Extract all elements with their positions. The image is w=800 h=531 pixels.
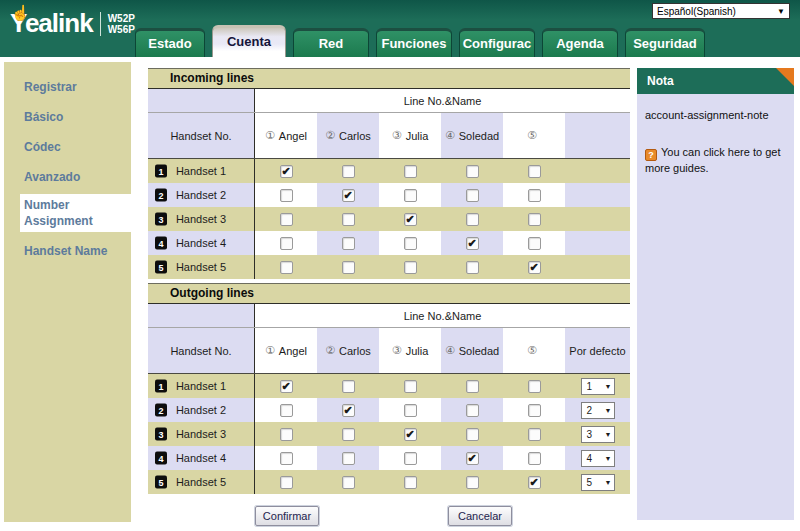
cancel-button[interactable]: Cancelar xyxy=(448,506,512,526)
checkbox[interactable] xyxy=(466,476,479,489)
select-value: 5 xyxy=(587,477,593,488)
checkbox[interactable]: ✔ xyxy=(466,452,479,465)
cell: ✔ xyxy=(255,374,317,398)
checkbox[interactable]: ✔ xyxy=(280,165,293,178)
default-line-select[interactable]: 3▼ xyxy=(581,426,615,443)
checkbox[interactable]: ✔ xyxy=(404,428,417,441)
default-line-select[interactable]: 2▼ xyxy=(581,402,615,419)
checkbox[interactable] xyxy=(466,213,479,226)
checkbox[interactable] xyxy=(528,428,541,441)
checkbox[interactable] xyxy=(280,428,293,441)
checkbox[interactable] xyxy=(404,189,417,202)
line-no-name-header: Line No.&Name xyxy=(255,304,630,327)
line-column-header-5: ⑤ xyxy=(503,328,565,373)
handset-5-badge: 5 xyxy=(155,476,167,489)
default-line-select[interactable]: 4▼ xyxy=(581,450,615,467)
checkbox[interactable] xyxy=(342,452,355,465)
checkbox[interactable]: ✔ xyxy=(466,237,479,250)
line-5-badge-icon: ⑤ xyxy=(527,344,537,357)
default-line-select[interactable]: 5▼ xyxy=(581,474,615,491)
checkbox[interactable] xyxy=(404,237,417,250)
checkbox[interactable] xyxy=(528,237,541,250)
handset-label: Handset 2 xyxy=(176,189,226,201)
checkbox[interactable] xyxy=(528,213,541,226)
confirm-button[interactable]: Confirmar xyxy=(255,506,319,526)
default-line-select[interactable]: 1▼ xyxy=(581,378,615,395)
checkbox[interactable]: ✔ xyxy=(342,189,355,202)
line-name: Carlos xyxy=(339,130,371,142)
tab-funciones[interactable]: Funciones xyxy=(376,28,452,57)
checkbox[interactable] xyxy=(404,380,417,393)
checkbox[interactable] xyxy=(404,404,417,417)
checkbox[interactable] xyxy=(466,428,479,441)
checkbox[interactable] xyxy=(280,189,293,202)
checkbox[interactable] xyxy=(404,261,417,274)
cell xyxy=(565,255,630,279)
line-column-header-carlos: ②Carlos xyxy=(317,113,379,158)
checkbox[interactable]: ✔ xyxy=(528,261,541,274)
checkbox[interactable]: ✔ xyxy=(280,380,293,393)
checkbox[interactable] xyxy=(280,237,293,250)
checkbox[interactable] xyxy=(342,213,355,226)
cell xyxy=(441,374,503,398)
tab-red[interactable]: Red xyxy=(293,28,369,57)
sidebar-item-registrar[interactable]: Registrar xyxy=(4,72,131,102)
checkbox[interactable] xyxy=(280,452,293,465)
tab-cuenta[interactable]: Cuenta xyxy=(212,25,286,57)
checkbox[interactable] xyxy=(466,165,479,178)
handset-cell: 3Handset 3 xyxy=(148,422,255,446)
note-help-text[interactable]: You can click here to get more guides. xyxy=(645,146,780,174)
checkbox[interactable] xyxy=(528,165,541,178)
checkbox[interactable] xyxy=(280,261,293,274)
checkbox[interactable] xyxy=(466,404,479,417)
checkbox[interactable] xyxy=(280,213,293,226)
sidebar-item-handset-name[interactable]: Handset Name xyxy=(4,236,131,266)
checkbox[interactable] xyxy=(528,452,541,465)
cell xyxy=(503,183,565,207)
checkbox[interactable] xyxy=(404,476,417,489)
checkbox[interactable] xyxy=(404,452,417,465)
tab-agenda[interactable]: Agenda xyxy=(542,28,618,57)
checkbox[interactable] xyxy=(528,380,541,393)
cell xyxy=(317,374,379,398)
incoming-column-header-row: Handset No. ①Angel ②Carlos ③Julia ④Soled… xyxy=(148,113,630,159)
checkbox[interactable] xyxy=(342,380,355,393)
note-panel-header: Nota xyxy=(637,68,794,94)
tab-configuracion[interactable]: Configurac xyxy=(459,28,535,57)
help-icon[interactable]: ? xyxy=(645,149,657,161)
checkbox[interactable] xyxy=(342,261,355,274)
tab-seguridad[interactable]: Seguridad xyxy=(625,28,705,57)
line-4-badge-icon: ④ xyxy=(445,344,455,357)
sidebar-item-basico[interactable]: Básico xyxy=(4,102,131,132)
sidebar-item-number-assignment[interactable]: Number Assignment xyxy=(20,194,131,232)
language-select[interactable]: Español(Spanish) ▼ xyxy=(652,3,790,19)
checkbox[interactable] xyxy=(528,404,541,417)
sidebar-item-avanzado[interactable]: Avanzado xyxy=(4,162,131,192)
checkbox[interactable] xyxy=(342,237,355,250)
checkbox[interactable]: ✔ xyxy=(342,404,355,417)
sidebar-item-codec[interactable]: Códec xyxy=(4,132,131,162)
line-column-header-julia: ③Julia xyxy=(379,328,441,373)
checkbox[interactable]: ✔ xyxy=(404,213,417,226)
cell xyxy=(379,446,441,470)
cell: ✔ xyxy=(317,398,379,422)
checkbox[interactable]: ✔ xyxy=(528,476,541,489)
checkbox[interactable] xyxy=(528,189,541,202)
checkbox[interactable] xyxy=(466,261,479,274)
checkbox[interactable] xyxy=(466,189,479,202)
tab-estado[interactable]: Estado xyxy=(135,28,205,57)
main-nav-tabs: Estado Cuenta Red Funciones Configurac A… xyxy=(135,25,705,57)
note-panel: Nota account-assignment-note ?You can cl… xyxy=(637,68,794,520)
checkbox[interactable] xyxy=(342,165,355,178)
checkbox[interactable] xyxy=(342,428,355,441)
checkbox[interactable] xyxy=(466,380,479,393)
checkbox[interactable] xyxy=(404,165,417,178)
cell: 2▼ xyxy=(565,398,630,422)
checkbox[interactable] xyxy=(280,476,293,489)
language-selected-value: Español(Spanish) xyxy=(657,6,736,17)
mouse-cursor-icon: ☝ xyxy=(11,4,30,22)
cell xyxy=(317,446,379,470)
checkbox[interactable] xyxy=(342,476,355,489)
checkbox[interactable] xyxy=(280,404,293,417)
handset-cell: 2Handset 2 xyxy=(148,398,255,422)
